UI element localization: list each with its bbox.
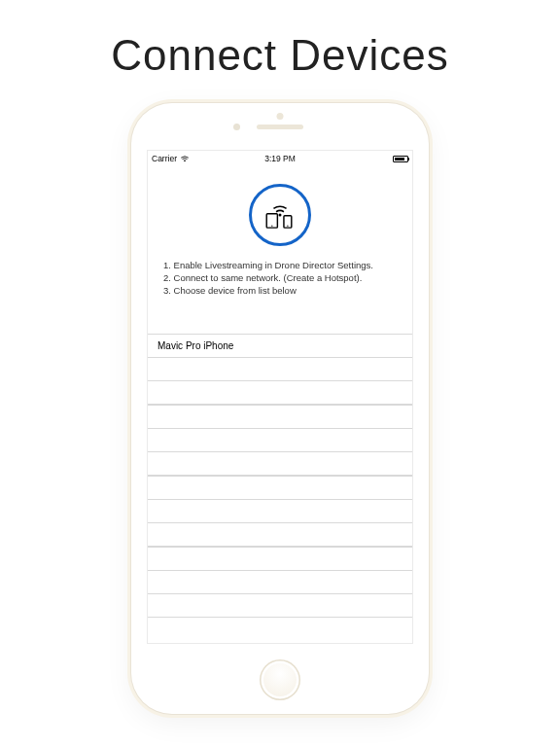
phone-camera bbox=[233, 124, 240, 130]
status-carrier: Carrier bbox=[152, 154, 177, 163]
instruction-2: 2. Connect to same network. (Create a Ho… bbox=[163, 272, 397, 285]
svg-point-0 bbox=[278, 213, 281, 216]
instruction-1: 1. Enable Livestreaming in Drone Directo… bbox=[163, 260, 397, 272]
status-time: 3:19 PM bbox=[264, 154, 296, 163]
phone-sensor bbox=[277, 113, 284, 120]
list-row-empty bbox=[148, 380, 412, 405]
status-bar: Carrier 3:19 PM bbox=[148, 151, 412, 166]
list-row-empty bbox=[148, 451, 412, 476]
instructions: 1. Enable Livestreaming in Drone Directo… bbox=[148, 260, 412, 297]
list-row-empty bbox=[148, 547, 412, 571]
device-row[interactable]: Mavic Pro iPhone bbox=[148, 334, 412, 358]
connect-devices-icon bbox=[249, 184, 311, 246]
svg-point-2 bbox=[271, 226, 272, 227]
list-row-empty bbox=[148, 593, 412, 618]
status-left: Carrier bbox=[152, 154, 190, 163]
device-list[interactable]: Mavic Pro iPhone bbox=[148, 334, 412, 618]
page-title: Connect Devices bbox=[0, 31, 560, 80]
phone-speaker bbox=[257, 124, 303, 129]
list-row-empty bbox=[148, 522, 412, 547]
status-right bbox=[393, 156, 408, 162]
battery-icon bbox=[393, 156, 408, 162]
screen-content: 1. Enable Livestreaming in Drone Directo… bbox=[148, 166, 412, 618]
list-row-empty bbox=[148, 499, 412, 523]
list-row-empty bbox=[148, 405, 412, 429]
instruction-3: 3. Choose device from list below bbox=[163, 285, 397, 298]
home-button[interactable] bbox=[260, 659, 300, 700]
list-row-empty bbox=[148, 357, 412, 381]
wifi-icon bbox=[180, 155, 190, 162]
phone-mockup: Carrier 3:19 PM bbox=[131, 103, 429, 714]
svg-point-4 bbox=[287, 226, 288, 227]
list-row-empty bbox=[148, 428, 412, 452]
list-row-empty bbox=[148, 476, 412, 500]
phone-screen: Carrier 3:19 PM bbox=[147, 150, 413, 644]
list-row-empty bbox=[148, 570, 412, 594]
device-label: Mavic Pro iPhone bbox=[158, 340, 233, 351]
